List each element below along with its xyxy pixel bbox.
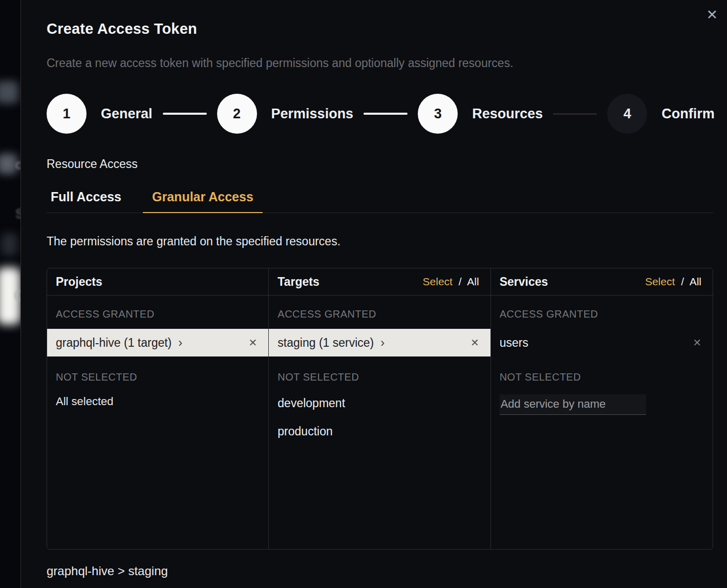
- targets-column: Targets Select / All ACCESS GRANTED stag…: [269, 268, 490, 549]
- background-blob: [0, 81, 18, 103]
- targets-access-granted-label: ACCESS GRANTED: [269, 296, 490, 329]
- background-blob: [1, 233, 17, 256]
- targets-column-header: Targets Select / All: [269, 268, 490, 296]
- access-tabs: Full Access Granular Access: [47, 190, 713, 213]
- services-access-granted-label: ACCESS GRANTED: [491, 296, 713, 329]
- step-1-label: General: [101, 106, 153, 122]
- targets-select-link[interactable]: Select: [423, 276, 453, 287]
- targets-select-all: Select / All: [423, 276, 479, 288]
- selected-project-row[interactable]: graphql-hive (1 target) › ✕: [47, 329, 268, 356]
- selected-target-name: staging (1 service): [277, 336, 374, 350]
- remove-project-icon[interactable]: ✕: [248, 335, 259, 350]
- projects-all-selected-note: All selected: [47, 389, 268, 414]
- services-select-all: Select / All: [645, 276, 701, 288]
- target-item-development[interactable]: development: [269, 389, 490, 417]
- targets-not-selected-label: NOT SELECTED: [269, 356, 490, 389]
- background-text-fragment: c: [15, 157, 20, 173]
- step-1-number: 1: [62, 106, 70, 122]
- background-text-fragment: C: [14, 287, 20, 304]
- modal-title: Create Access Token: [47, 20, 727, 37]
- step-connector-upcoming: [553, 113, 597, 115]
- projects-access-granted-label: ACCESS GRANTED: [47, 296, 268, 329]
- remove-target-icon[interactable]: ✕: [469, 335, 480, 350]
- step-2-number: 2: [233, 106, 241, 122]
- step-confirm: 4 Confirm: [607, 94, 715, 134]
- resource-access-heading: Resource Access: [47, 157, 727, 171]
- services-select-separator: /: [681, 276, 684, 287]
- step-4-label: Confirm: [661, 106, 715, 122]
- tab-granular-access[interactable]: Granular Access: [143, 190, 263, 213]
- services-header-label: Services: [500, 275, 548, 289]
- step-1-circle: 1: [47, 94, 87, 134]
- remove-service-icon[interactable]: ✕: [692, 335, 702, 350]
- step-3-number: 3: [434, 106, 442, 122]
- wizard-stepper: 1 General 2 Permissions 3 Resources 4 Co…: [47, 94, 727, 134]
- background-page: c S C: [0, 0, 20, 588]
- step-permissions[interactable]: 2 Permissions: [217, 94, 354, 134]
- selected-service-name: users: [500, 336, 528, 350]
- create-access-token-modal: ✕ Create Access Token Create a new acces…: [20, 0, 727, 588]
- projects-header-label: Projects: [56, 275, 102, 289]
- services-all-link[interactable]: All: [690, 276, 701, 287]
- step-4-number: 4: [624, 106, 631, 122]
- tab-full-access[interactable]: Full Access: [47, 190, 130, 213]
- granular-access-description: The permissions are granted on the speci…: [47, 235, 727, 248]
- projects-column-header: Projects: [47, 268, 268, 296]
- step-4-circle: 4: [607, 94, 647, 134]
- breadcrumb: graphql-hive > staging: [47, 564, 727, 578]
- selected-project-name: graphql-hive (1 target): [56, 336, 172, 350]
- target-item-production[interactable]: production: [269, 417, 490, 446]
- services-not-selected-label: NOT SELECTED: [491, 356, 713, 389]
- background-blob: [0, 154, 17, 174]
- targets-header-label: Targets: [277, 275, 319, 289]
- background-text-fragment: S: [15, 206, 20, 222]
- selected-service-row: users ✕: [491, 329, 713, 356]
- step-connector: [364, 113, 408, 115]
- step-2-label: Permissions: [271, 106, 354, 122]
- targets-select-separator: /: [459, 276, 462, 287]
- step-resources[interactable]: 3 Resources: [418, 94, 543, 134]
- step-general[interactable]: 1 General: [47, 94, 153, 134]
- projects-not-selected-label: NOT SELECTED: [47, 356, 268, 389]
- services-column-header: Services Select / All: [491, 268, 713, 296]
- step-3-label: Resources: [472, 106, 543, 122]
- chevron-right-icon: ›: [178, 337, 182, 349]
- resource-selection-table: Projects ACCESS GRANTED graphql-hive (1 …: [47, 268, 713, 550]
- add-service-input[interactable]: [500, 394, 646, 415]
- step-3-circle: 3: [418, 94, 458, 134]
- modal-subtitle: Create a new access token with specified…: [47, 56, 727, 70]
- services-select-link[interactable]: Select: [645, 276, 675, 287]
- step-connector: [163, 113, 207, 115]
- selected-target-row[interactable]: staging (1 service) › ✕: [269, 329, 490, 356]
- close-icon[interactable]: ✕: [704, 6, 720, 24]
- chevron-right-icon: ›: [380, 337, 384, 349]
- projects-column: Projects ACCESS GRANTED graphql-hive (1 …: [47, 268, 269, 549]
- step-2-circle: 2: [217, 94, 257, 134]
- services-column: Services Select / All ACCESS GRANTED use…: [491, 268, 713, 549]
- targets-all-link[interactable]: All: [467, 276, 479, 287]
